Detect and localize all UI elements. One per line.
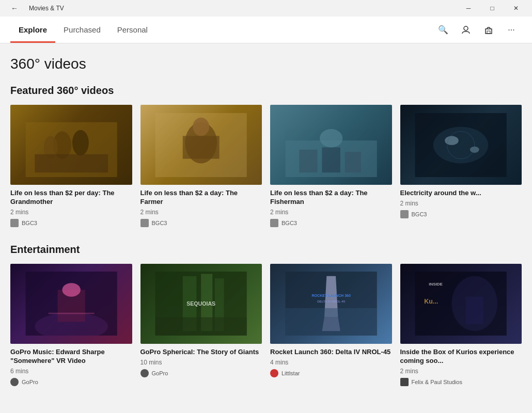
video-thumbnail-v8: INSIDE Ku... [400,264,522,344]
video-thumbnail-v1 [10,105,132,185]
video-duration-v8: 2 mins [400,368,522,375]
back-button[interactable]: ← [4,0,25,19]
svg-point-18 [433,126,488,163]
video-duration-v3: 2 mins [270,209,392,216]
video-thumbnail-v6: SEQUOIAS [140,264,262,344]
video-thumbnail-v2 [140,105,262,185]
account-icon [461,25,471,35]
more-button[interactable]: ··· [501,20,522,40]
search-button[interactable]: 🔍 [433,20,453,40]
video-provider-v1: BGC3 [10,219,132,227]
svg-text:DELTA IV NROL-45: DELTA IV NROL-45 [317,300,346,304]
svg-rect-31 [155,317,247,336]
svg-point-16 [320,129,342,147]
minimize-button[interactable]: ─ [457,0,480,17]
titlebar: ← Movies & TV ─ □ ✕ [0,0,532,17]
video-thumbnail-v4 [400,105,522,185]
thumb-image-v8: INSIDE Ku... [412,272,509,336]
video-thumbnail-v5 [10,264,132,344]
svg-rect-36 [285,308,377,336]
video-provider-v8: Felix & Paul Studios [400,378,522,386]
thumb-image-v5 [23,272,120,336]
video-card-v6[interactable]: SEQUOIAS GoPro Spherical: The Story of G… [140,264,262,386]
video-title-v3: Life on less than $2 a day: The Fisherma… [270,189,392,206]
main-content: 360° videos Featured 360° videos [0,43,532,413]
close-button[interactable]: ✕ [504,0,528,17]
svg-rect-7 [35,154,108,172]
svg-rect-11 [183,136,220,158]
provider-icon-v5 [10,378,19,386]
svg-text:SEQUOIAS: SEQUOIAS [186,301,215,307]
video-card-v7[interactable]: ROCKET LAUNCH 360 DELTA IV NROL-45 Rocke… [270,264,392,386]
entertainment-video-grid: GoPro Music: Edward Sharpe "Somewhere" V… [10,264,522,386]
svg-point-25 [62,283,80,297]
thumb-image-v7: ROCKET LAUNCH 360 DELTA IV NROL-45 [283,272,380,336]
featured-section: Featured 360° videos Life on le [10,85,522,227]
video-title-v7: Rocket Launch 360: Delta IV NROL-45 [270,348,392,357]
svg-rect-15 [345,152,361,172]
video-provider-v5: GoPro [10,378,132,386]
svg-rect-42 [465,297,483,324]
svg-point-5 [72,130,89,155]
video-duration-v6: 10 mins [140,359,262,366]
svg-text:Ku...: Ku... [424,298,438,305]
thumb-image-v3 [283,113,380,177]
video-duration-v2: 2 mins [140,209,262,216]
featured-video-grid: Life on less than $2 per day: The Grandm… [10,105,522,227]
svg-rect-13 [299,149,317,172]
video-title-v5: GoPro Music: Edward Sharpe "Somewhere" V… [10,348,132,366]
video-card-v3[interactable]: Life on less than $2 a day: The Fisherma… [270,105,392,227]
provider-icon-v7 [270,369,278,377]
svg-point-19 [445,136,459,145]
video-title-v1: Life on less than $2 per day: The Grandm… [10,189,132,206]
nav-tabs: Explore Purchased Personal [10,17,156,43]
video-duration-v5: 6 mins [10,368,132,375]
navbar: Explore Purchased Personal 🔍 ··· [0,17,532,43]
thumb-image-v4 [412,113,509,177]
thumb-image-v6: SEQUOIAS [152,272,249,336]
video-provider-v3: BGC3 [270,219,392,227]
account-button[interactable] [456,20,476,40]
video-duration-v1: 2 mins [10,209,132,216]
provider-icon-v4 [400,210,409,218]
video-provider-v4: BGC3 [400,210,522,218]
tab-personal[interactable]: Personal [109,17,156,43]
tab-purchased[interactable]: Purchased [55,17,109,43]
svg-text:INSIDE: INSIDE [429,282,443,287]
store-button[interactable] [478,20,499,40]
tab-explore[interactable]: Explore [10,17,55,43]
video-card-v1[interactable]: Life on less than $2 per day: The Grandm… [10,105,132,227]
thumb-image-v2 [152,113,249,177]
video-duration-v7: 4 mins [270,359,392,366]
svg-point-10 [193,117,209,135]
video-card-v4[interactable]: Electricity around the w... 2 mins BGC3 [400,105,522,227]
featured-section-title: Featured 360° videos [10,85,522,97]
video-thumbnail-v7: ROCKET LAUNCH 360 DELTA IV NROL-45 [270,264,392,344]
provider-icon-v8 [400,378,409,386]
svg-rect-26 [48,313,94,314]
provider-icon-v6 [140,369,149,377]
titlebar-left: ← Movies & TV [4,0,64,19]
video-card-v8[interactable]: INSIDE Ku... Inside the Box of Kurios ex… [400,264,522,386]
video-duration-v4: 2 mins [400,200,522,207]
entertainment-section: Entertainment GoPro Music: Edwa [10,244,522,386]
video-provider-v7: Littlstar [270,369,392,377]
video-thumbnail-v3 [270,105,392,185]
video-title-v2: Life on less than $2 a day: The Farmer [140,189,262,206]
app-title: Movies & TV [29,5,64,12]
page-title: 360° videos [10,56,522,72]
video-card-v5[interactable]: GoPro Music: Edward Sharpe "Somewhere" V… [10,264,132,386]
provider-icon-v3 [270,219,278,227]
titlebar-controls: ─ □ ✕ [457,0,528,17]
provider-icon-v1 [10,219,19,227]
video-title-v8: Inside the Box of Kurios experience comi… [400,348,522,366]
video-title-v4: Electricity around the w... [400,189,522,198]
thumb-image-v1 [23,113,120,177]
svg-point-0 [464,26,468,30]
store-icon [484,25,493,35]
svg-text:ROCKET LAUNCH 360: ROCKET LAUNCH 360 [311,294,351,298]
nav-actions: 🔍 ··· [433,20,522,40]
maximize-button[interactable]: □ [480,0,504,17]
video-title-v6: GoPro Spherical: The Story of Giants [140,348,262,357]
video-card-v2[interactable]: Life on less than $2 a day: The Farmer 2… [140,105,262,227]
